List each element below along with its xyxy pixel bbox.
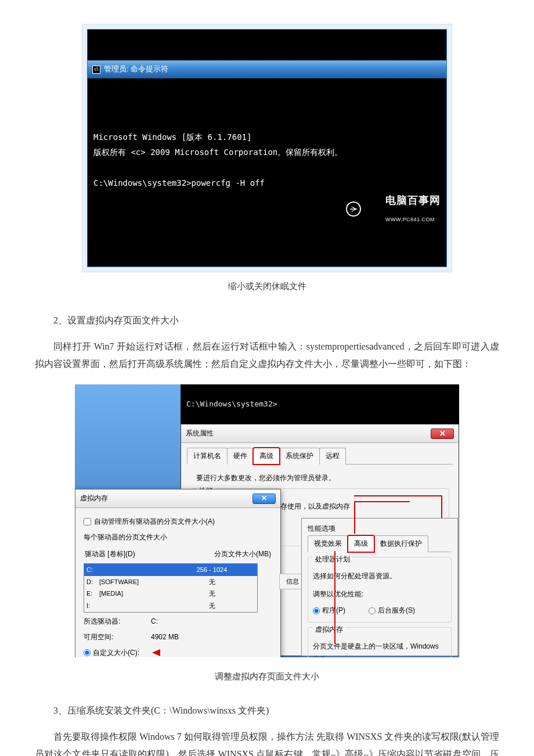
drive-row-i[interactable]: I: 无 bbox=[84, 600, 257, 612]
tab-hardware[interactable]: 硬件 bbox=[227, 448, 254, 465]
programs-radio[interactable]: 程序(P) bbox=[313, 604, 345, 617]
background-radio[interactable]: 后台服务(S) bbox=[369, 604, 415, 617]
arrow-icon bbox=[152, 649, 160, 656]
custom-size-label: 自定义大小(C): bbox=[93, 646, 139, 658]
section-2-heading: 2、设置虚拟内存页面文件大小 bbox=[35, 312, 499, 329]
processor-legend: 处理器计划 bbox=[313, 553, 352, 566]
dialogs-screenshot: C:\Windows\system32> 系统属性 ✕ 计算机名 硬件 高级 系… bbox=[75, 384, 459, 657]
figure-dialogs-caption: 调整虚拟内存页面文件大小 bbox=[35, 668, 499, 685]
sel-drive-label: 所选驱动器: bbox=[84, 615, 147, 628]
auto-manage-label: 自动管理所有驱动器的分页文件大小(A) bbox=[94, 515, 215, 528]
optimize-label: 调整以优化性能: bbox=[313, 588, 446, 601]
sys-title: 系统属性 bbox=[186, 427, 214, 440]
watermark: 电脑百事网 WWW.PC841.COM bbox=[346, 186, 441, 231]
drive-list[interactable]: C: 256 - 1024 D: [SOFTWARE] 无 E: [MEDIA]… bbox=[84, 563, 258, 613]
close-icon[interactable]: ✕ bbox=[252, 494, 276, 504]
sys-admin-note: 要进行大多数更改，您必须作为管理员登录。 bbox=[196, 471, 447, 485]
cmd2-strip: C:\Windows\system32> bbox=[181, 384, 459, 424]
sys-titlebar[interactable]: 系统属性 ✕ bbox=[181, 424, 459, 443]
watermark-brand: 电脑百事网 bbox=[385, 195, 441, 206]
figure-cmd-caption: 缩小或关闭休眠文件 bbox=[35, 278, 499, 295]
cmd-line-2: 版权所有 <c> 2009 Microsoft Corporation。保留所有… bbox=[93, 147, 342, 157]
vm-desc: 分页文件是硬盘上的一块区域，Windows 当作 bbox=[313, 640, 446, 657]
sel-drive-value: C: bbox=[151, 615, 158, 628]
section-2-paragraph: 同样打开 Win7 开始运行对话框，然后在运行对话框中输入：systemprop… bbox=[35, 338, 499, 373]
vm-group: 虚拟内存 分页文件是硬盘上的一块区域，Windows 当作 所有驱动器分页文件大… bbox=[308, 627, 452, 657]
cmd2-prompt: C:\Windows\system32> bbox=[186, 399, 277, 408]
annotation-line bbox=[334, 551, 335, 644]
tab-visual-effects[interactable]: 视觉效果 bbox=[308, 535, 348, 552]
perf-opts-title: 性能选项 bbox=[308, 522, 452, 535]
annotation-line bbox=[354, 495, 442, 496]
size-col-label: 分页文件大小(MB) bbox=[214, 548, 271, 561]
cmd-line-1: Microsoft Windows [版本 6.1.7601] bbox=[93, 132, 251, 142]
tab-advanced[interactable]: 高级 bbox=[253, 448, 280, 465]
cmd-title: 管理员: 命令提示符 bbox=[104, 62, 168, 77]
sys-tabs: 计算机名 硬件 高级 系统保护 远程 bbox=[187, 448, 453, 465]
custom-size-input[interactable] bbox=[84, 649, 91, 656]
each-drive-label: 每个驱动器的分页文件大小 bbox=[84, 531, 272, 544]
processor-group: 处理器计划 选择如何分配处理器资源。 调整以优化性能: 程序(P) 后台服务(S… bbox=[308, 557, 452, 622]
avail-space-value: 4902 MB bbox=[151, 631, 179, 644]
cmd-prompt: C:\Windows\system32>powercfg -H off bbox=[93, 178, 265, 188]
virtual-memory-dialog: 虚拟内存 ✕ 自动管理所有驱动器的分页文件大小(A) 每个驱动器的分页文件大小 … bbox=[75, 489, 281, 657]
annotation-line bbox=[354, 501, 355, 534]
cmd-window: c\ 管理员: 命令提示符 Microsoft Windows [版本 6.1.… bbox=[87, 29, 447, 267]
tab-advanced-perf[interactable]: 高级 bbox=[348, 535, 374, 552]
close-icon[interactable]: ✕ bbox=[431, 429, 454, 439]
perf-tabs: 视觉效果 高级 数据执行保护 bbox=[308, 535, 452, 552]
tab-dep[interactable]: 数据执行保护 bbox=[374, 535, 428, 552]
auto-manage-checkbox[interactable]: 自动管理所有驱动器的分页文件大小(A) bbox=[84, 515, 272, 528]
cmd-icon: c\ bbox=[92, 66, 100, 74]
auto-manage-input[interactable] bbox=[84, 518, 91, 525]
watermark-icon bbox=[346, 201, 361, 217]
custom-size-radio[interactable]: 自定义大小(C): bbox=[84, 646, 272, 658]
vm-titlebar[interactable]: 虚拟内存 ✕ bbox=[75, 489, 280, 508]
drive-row-c[interactable]: C: 256 - 1024 bbox=[84, 564, 257, 576]
tab-remote[interactable]: 远程 bbox=[319, 448, 346, 465]
vm-title: 虚拟内存 bbox=[80, 492, 108, 505]
drive-col-label: 驱动器 [卷标](D) bbox=[85, 548, 135, 561]
drive-row-d[interactable]: D: [SOFTWARE] 无 bbox=[84, 576, 257, 588]
watermark-url: WWW.PC841.COM bbox=[385, 217, 435, 222]
section-3-heading: 3、压缩系统安装文件夹(C：\Windows\winsxs 文件夹) bbox=[35, 702, 499, 719]
cmd-body: Microsoft Windows [版本 6.1.7601] 版权所有 <c>… bbox=[88, 109, 446, 236]
cmd-titlebar: c\ 管理员: 命令提示符 bbox=[88, 60, 446, 78]
figure-dialogs: C:\Windows\system32> 系统属性 ✕ 计算机名 硬件 高级 系… bbox=[35, 384, 499, 663]
vm-legend: 虚拟内存 bbox=[313, 623, 345, 636]
avail-space-label: 可用空间: bbox=[84, 631, 147, 644]
performance-options-dialog: 性能选项 视觉效果 高级 数据执行保护 处理器计划 选择如何分配处理器资源。 调… bbox=[301, 518, 458, 656]
processor-desc: 选择如何分配处理器资源。 bbox=[313, 570, 446, 583]
annotation-line bbox=[354, 501, 410, 502]
section-3-paragraph: 首先要取得操作权限 Windows 7 如何取得管理员权限，操作方法 先取得 W… bbox=[35, 728, 499, 756]
tab-system-protection[interactable]: 系统保护 bbox=[279, 448, 320, 465]
tab-computer-name[interactable]: 计算机名 bbox=[187, 448, 228, 465]
drive-row-e[interactable]: E: [MEDIA] 无 bbox=[84, 588, 257, 600]
figure-cmd: c\ 管理员: 命令提示符 Microsoft Windows [版本 6.1.… bbox=[35, 29, 499, 273]
